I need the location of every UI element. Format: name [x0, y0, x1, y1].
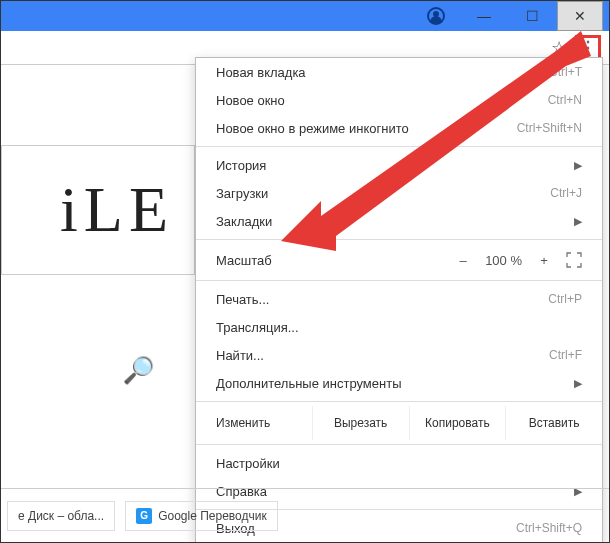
- account-icon[interactable]: [427, 7, 445, 25]
- menu-find[interactable]: Найти... Ctrl+F: [196, 341, 602, 369]
- menu-shortcut: Ctrl+T: [549, 65, 582, 79]
- taskbar: е Диск – обла... G Google Переводчик: [1, 488, 609, 542]
- translate-label: Google Переводчик: [158, 509, 267, 523]
- magnifier-icon[interactable]: 🔍: [123, 355, 155, 386]
- zoom-value: 100 %: [485, 253, 522, 268]
- menu-downloads[interactable]: Загрузки Ctrl+J: [196, 179, 602, 207]
- menu-cast[interactable]: Трансляция...: [196, 313, 602, 341]
- menu-print[interactable]: Печать... Ctrl+P: [196, 285, 602, 313]
- chevron-right-icon: ▶: [574, 159, 582, 172]
- menu-edit-row: Изменить Вырезать Копировать Вставить: [196, 406, 602, 440]
- menu-shortcut: Ctrl+F: [549, 348, 582, 362]
- close-button[interactable]: ✕: [557, 1, 603, 31]
- taskbar-item-translate[interactable]: G Google Переводчик: [125, 501, 278, 531]
- menu-label: Найти...: [216, 348, 264, 363]
- edit-copy[interactable]: Копировать: [409, 406, 506, 440]
- edit-paste[interactable]: Вставить: [505, 406, 602, 440]
- menu-divider: [196, 280, 602, 281]
- menu-label: Новая вкладка: [216, 65, 306, 80]
- menu-settings[interactable]: Настройки: [196, 449, 602, 477]
- menu-new-tab[interactable]: Новая вкладка Ctrl+T: [196, 58, 602, 86]
- edit-label: Изменить: [196, 406, 312, 440]
- chevron-right-icon: ▶: [574, 215, 582, 228]
- menu-shortcut: Ctrl+J: [550, 186, 582, 200]
- menu-label: Дополнительные инструменты: [216, 376, 402, 391]
- menu-divider: [196, 401, 602, 402]
- menu-label: Новое окно в режиме инкогнито: [216, 121, 409, 136]
- google-doodle: iLE: [1, 145, 195, 275]
- menu-new-window[interactable]: Новое окно Ctrl+N: [196, 86, 602, 114]
- menu-shortcut: Ctrl+Shift+N: [517, 121, 582, 135]
- disk-label: е Диск – обла...: [18, 509, 104, 523]
- zoom-label: Масштаб: [216, 253, 455, 268]
- chrome-main-menu: Новая вкладка Ctrl+T Новое окно Ctrl+N Н…: [195, 57, 603, 543]
- maximize-button[interactable]: ☐: [509, 1, 555, 31]
- taskbar-item-disk[interactable]: е Диск – обла...: [7, 501, 115, 531]
- translate-icon: G: [136, 508, 152, 524]
- menu-bookmarks[interactable]: Закладки ▶: [196, 207, 602, 235]
- menu-history[interactable]: История ▶: [196, 151, 602, 179]
- bookmark-star-icon[interactable]: ☆: [551, 37, 567, 59]
- menu-shortcut: Ctrl+N: [548, 93, 582, 107]
- page-content: iLE 🔍: [1, 65, 195, 482]
- menu-label: Загрузки: [216, 186, 268, 201]
- menu-label: Печать...: [216, 292, 269, 307]
- window-titlebar: — ☐ ✕: [1, 1, 609, 31]
- menu-divider: [196, 239, 602, 240]
- menu-shortcut: Ctrl+P: [548, 292, 582, 306]
- minimize-button[interactable]: —: [461, 1, 507, 31]
- menu-label: Закладки: [216, 214, 272, 229]
- menu-incognito[interactable]: Новое окно в режиме инкогнито Ctrl+Shift…: [196, 114, 602, 142]
- menu-label: Новое окно: [216, 93, 285, 108]
- zoom-in-button[interactable]: +: [536, 253, 552, 268]
- zoom-out-button[interactable]: –: [455, 253, 471, 268]
- chevron-right-icon: ▶: [574, 377, 582, 390]
- menu-divider: [196, 444, 602, 445]
- menu-label: Трансляция...: [216, 320, 299, 335]
- menu-label: Настройки: [216, 456, 280, 471]
- menu-zoom: Масштаб – 100 % +: [196, 244, 602, 276]
- fullscreen-icon[interactable]: [566, 252, 582, 268]
- menu-divider: [196, 146, 602, 147]
- menu-more-tools[interactable]: Дополнительные инструменты ▶: [196, 369, 602, 397]
- edit-cut[interactable]: Вырезать: [312, 406, 409, 440]
- menu-label: История: [216, 158, 266, 173]
